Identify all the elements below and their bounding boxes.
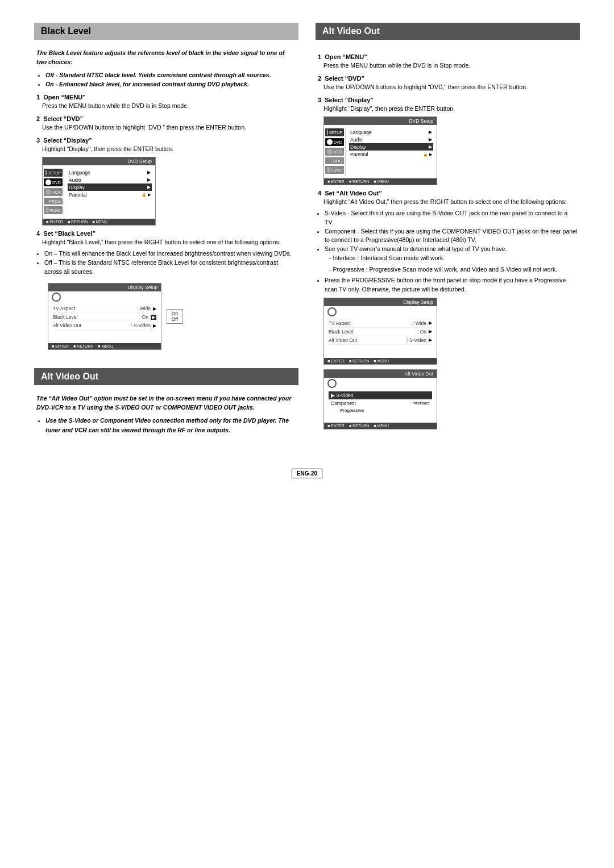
display-setup-menu-right: Display Setup TV Aspect : Wide▶ Black Le… [323, 298, 437, 365]
alt-video-bullets-left: Use the S-Video or Component Video conne… [45, 416, 296, 435]
dvd-setup-menu-right: DVD Setup SETUP DVD VCR [323, 116, 437, 185]
bullet-on: On - Enhanced black level, for increased… [45, 80, 296, 89]
step2-body: Use the UP/DOWN buttons to highlight “DV… [42, 123, 296, 132]
display-setup-container-left: Display Setup TV Aspect : Wide▶ Black Le… [42, 279, 161, 353]
alt-video-bullet: Use the S-Video or Component Video conne… [45, 416, 296, 435]
step4-title: Set “Black Level” [43, 230, 96, 237]
menu-sidebar-left: SETUP DVD VCR PROG [43, 168, 64, 216]
black-level-header: Black Level [34, 23, 298, 40]
page-number-container: ENG-20 [34, 457, 580, 478]
step1-title: Open “MENU” [43, 94, 86, 101]
r-sub-progressive-press: Press the PROGRESSIVE button on the fron… [325, 276, 578, 294]
r-step2-num: 2 Select “DVD” [318, 75, 578, 82]
r-step4-body: Highlight “Alt Video Out,” then press th… [323, 198, 578, 207]
alt-video-right-section: Alt Video Out 1 Open “MENU” Press the ME… [316, 23, 580, 437]
r-step2-title: Select “DVD” [325, 75, 364, 82]
display-titlebar-right: Display Setup [324, 298, 437, 306]
dvd-setup-menu-left: DVD Setup SETUP DVD VCR [42, 157, 156, 226]
menu-content-left: Language▶ Audio▶ Display▶ Parental🔒 ▶ [64, 168, 155, 216]
step3-title: Select “Display” [43, 137, 92, 144]
r-step4-title: Set “Alt Video Out” [325, 190, 382, 197]
menu-titlebar-right: DVD Setup [324, 117, 437, 125]
menu-footer-right: ■ ENTER■ RETURN■ MENU [324, 178, 437, 185]
menu-footer-left: ■ ENTER■ RETURN■ MENU [43, 219, 155, 225]
display-row-alt-video: Alt Video Out : S-Video▶ [53, 322, 156, 330]
r-step3-title: Select “Display” [325, 97, 374, 103]
menu-sidebar-right: SETUP DVD VCR PROG [324, 127, 346, 176]
r-sub-svideo: S-Video - Select this if you are using t… [325, 209, 578, 227]
bullet-off: Off - Standard NTSC black level. Yields … [45, 70, 296, 80]
menu-row-audio: Audio▶ [68, 176, 152, 183]
r-step2-body: Use the UP/DOWN buttons to highlight “DV… [323, 83, 578, 92]
display-titlebar-left: Display Setup [48, 283, 161, 291]
r-display-row-alt: Alt Video Out : S-Video▶ [329, 336, 432, 345]
r-menu-row-language: Language▶ [349, 128, 433, 136]
black-level-bullets: Off - Standard NTSC black level. Yields … [45, 70, 296, 90]
r-menu-row-parental: Parental🔒 ▶ [349, 151, 433, 158]
display-footer-right: ■ ENTER■ RETURN■ MENU [324, 358, 437, 364]
step4-num: 4 Set “Black Level” [36, 230, 296, 237]
r-sidebar-dvd: DVD [325, 138, 344, 146]
left-column: Black Level The Black Level feature adju… [34, 23, 298, 444]
menu-row-language: Language▶ [68, 169, 152, 176]
r-sub-manual: See your TV owner’s manual to determine … [325, 245, 578, 254]
r-step1-num: 1 Open “MENU” [318, 53, 578, 60]
r-step4-num: 4 Set “Alt Video Out” [318, 190, 578, 197]
step2-num: 2 Select “DVD” [36, 115, 296, 122]
sidebar-vcr: VCR [44, 188, 63, 196]
sub-bullet-on: On – This will enhance the Black Level f… [44, 249, 296, 258]
step1-body: Press the MENU button while the DVD is i… [42, 102, 296, 111]
r-display-row-black: Black Level : On▶ [329, 328, 432, 336]
sidebar-dvd: DVD [44, 178, 63, 186]
option-off: Off [172, 316, 178, 322]
alt-video-footer: ■ ENTER■ RETURN■ MENU [324, 423, 437, 429]
alt-video-out-section-left: Alt Video Out The “Alt Video Out” option… [34, 368, 298, 444]
alt-video-titlebar: Alt Video Out [324, 370, 437, 378]
sidebar-func: FUNC [44, 206, 63, 214]
display-row-black-level: Black Level : On▶ [53, 313, 156, 322]
page-container: Black Level The Black Level feature adju… [34, 23, 580, 444]
alt-video-header-right: Alt Video Out [316, 23, 580, 40]
r-step1-body: Press the MENU button while the DVD is i… [323, 61, 578, 70]
r-progressive-note: - Progressive : Progressive Scan mode wi… [329, 265, 578, 274]
step4-subbullets: On – This will enhance the Black Level f… [44, 249, 296, 276]
alt-row-component: Component : Interlace [329, 399, 432, 407]
alt-sub-progressive: Progressive [329, 407, 432, 414]
alt-video-out-header-left: Alt Video Out [34, 368, 298, 385]
r-interlace-note: - Interlace : Interlaced Scan mode will … [329, 254, 578, 263]
step1-num: 1 Open “MENU” [36, 94, 296, 101]
sub-bullet-off: Off – This is the Standard NTSC referenc… [44, 258, 296, 277]
menu-titlebar-left: DVD Setup [43, 157, 155, 165]
display-setup-menu-left: Display Setup TV Aspect : Wide▶ Black Le… [48, 283, 161, 350]
r-step3-num: 3 Select “Display” [318, 97, 578, 103]
r-sidebar-vcr: VCR [325, 148, 344, 156]
alt-video-intro: The “Alt Video Out” option must be set i… [36, 394, 296, 412]
r-display-row-aspect: TV Aspect : Wide▶ [329, 319, 432, 328]
menu-row-parental: Parental🔒 ▶ [68, 191, 152, 198]
r-sidebar-setup: SETUP [325, 128, 344, 136]
r-menu-row-audio: Audio▶ [349, 136, 433, 143]
options-popup-left: On Off [167, 309, 183, 324]
step3-num: 3 Select “Display” [36, 137, 296, 144]
r-step4-subbullets: S-Video - Select this if you are using t… [325, 209, 578, 254]
menu-content-right: Language▶ Audio▶ Display▶ Parental🔒 ▶ [346, 127, 437, 176]
r-sidebar-func: FUNC [325, 166, 344, 174]
r-step1-title: Open “MENU” [325, 53, 367, 60]
r-sub-press: Press the PROGRESSIVE button on the fron… [325, 276, 578, 294]
display-footer-left: ■ ENTER■ RETURN■ MENU [48, 343, 161, 349]
r-sidebar-prog: PROG [325, 157, 344, 164]
r-sub-component: Component - Select this if you are using… [325, 227, 578, 245]
sidebar-prog: PROG [44, 198, 63, 205]
sidebar-setup: SETUP [44, 169, 63, 177]
menu-row-display: Display▶ [68, 183, 152, 191]
step3-body: Highlight “Display”, then press the ENTE… [42, 145, 296, 154]
alt-video-menu-right: Alt Video Out ▶ S-Video Component : Inte… [323, 369, 437, 429]
right-column: Alt Video Out 1 Open “MENU” Press the ME… [316, 23, 580, 444]
option-on: On [172, 311, 178, 316]
black-level-intro: The Black Level feature adjusts the refe… [36, 49, 296, 67]
alt-row-svideo: ▶ S-Video [329, 391, 432, 399]
step2-title: Select “DVD” [43, 115, 83, 122]
black-level-section: Black Level The Black Level feature adju… [34, 23, 298, 361]
r-menu-row-display: Display▶ [349, 143, 433, 151]
r-step3-body: Highlight “Display”, then press the ENTE… [323, 105, 578, 114]
